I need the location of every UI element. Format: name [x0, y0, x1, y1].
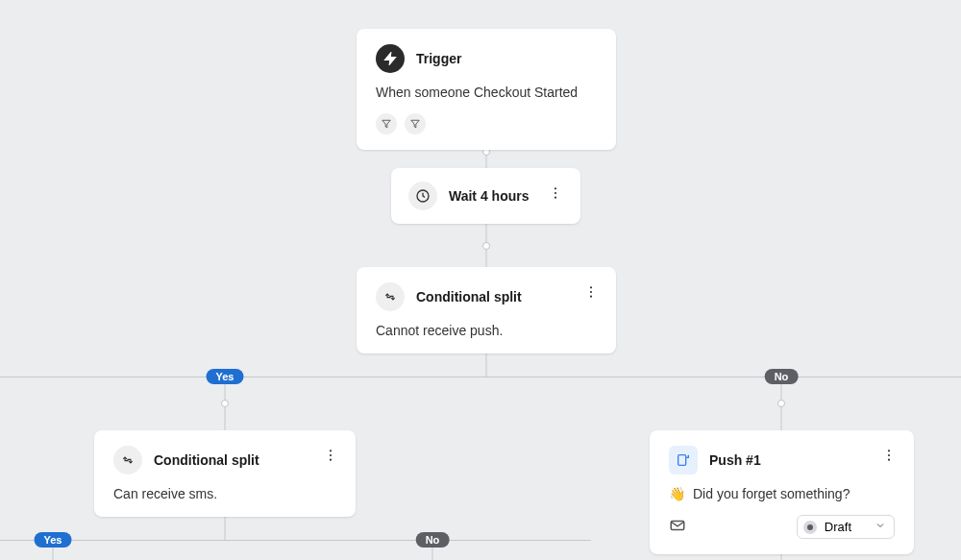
- svg-marker-1: [382, 120, 390, 128]
- svg-point-7: [590, 286, 592, 288]
- more-button[interactable]: [877, 444, 900, 467]
- conditional-split-card-1[interactable]: Conditional split Cannot receive push.: [357, 267, 616, 353]
- branch-label-no-2: No: [416, 532, 450, 548]
- more-button[interactable]: [544, 182, 567, 205]
- conditional-split-card-2[interactable]: Conditional split Can receive sms.: [94, 430, 356, 517]
- more-button[interactable]: [579, 280, 603, 304]
- connector-dot: [482, 242, 490, 250]
- status-dot-icon: [803, 521, 817, 534]
- svg-point-11: [330, 454, 332, 456]
- trigger-title: Trigger: [416, 51, 461, 66]
- branch-label-yes-2: Yes: [35, 532, 72, 548]
- chevron-down-icon: [875, 520, 886, 534]
- svg-point-15: [888, 450, 890, 451]
- connector-dot: [777, 400, 785, 407]
- filter-user-icon: [405, 113, 426, 134]
- svg-rect-13: [678, 455, 686, 466]
- wave-emoji: 👋: [669, 486, 685, 501]
- more-button[interactable]: [319, 444, 342, 467]
- svg-point-16: [888, 454, 890, 456]
- connector-line: [225, 514, 226, 541]
- branch-label-no: No: [765, 369, 799, 384]
- wait-title: Wait 4 hours: [449, 188, 530, 204]
- connector-line: [486, 351, 487, 377]
- status-label: Draft: [825, 520, 851, 534]
- svg-marker-2: [411, 120, 419, 128]
- mail-icon: [669, 517, 686, 538]
- conditional-split-title: Conditional split: [416, 289, 522, 304]
- conditional-split-subtext: Can receive sms.: [113, 486, 336, 501]
- svg-point-5: [554, 192, 556, 194]
- filter-icon: [376, 113, 397, 134]
- wait-card[interactable]: Wait 4 hours: [391, 168, 580, 224]
- split-icon: [113, 446, 142, 475]
- push-icon: [669, 446, 698, 475]
- svg-point-6: [554, 197, 556, 199]
- connector-dot: [221, 400, 229, 407]
- svg-point-12: [330, 459, 332, 461]
- status-dropdown[interactable]: Draft: [797, 515, 895, 539]
- trigger-subtext: When someone Checkout Started: [376, 85, 597, 100]
- svg-point-9: [590, 296, 592, 298]
- trigger-card[interactable]: Trigger When someone Checkout Started: [357, 29, 616, 150]
- svg-point-4: [554, 187, 556, 189]
- split-icon: [376, 282, 405, 311]
- connector-branch-line: [0, 540, 591, 541]
- conditional-split-subtext: Cannot receive push.: [376, 323, 597, 338]
- push-card[interactable]: Push #1 👋 Did you forget something? Draf…: [650, 430, 914, 554]
- push-title: Push #1: [709, 452, 761, 468]
- connector-branch-line: [0, 377, 961, 377]
- trigger-badges: [376, 113, 597, 134]
- svg-point-8: [590, 291, 592, 293]
- conditional-split-title: Conditional split: [154, 452, 259, 468]
- push-message: Did you forget something?: [693, 486, 850, 501]
- lightning-icon: [376, 44, 405, 73]
- svg-point-10: [330, 450, 332, 451]
- branch-label-yes: Yes: [207, 369, 244, 384]
- svg-marker-0: [385, 53, 396, 64]
- svg-point-17: [888, 459, 890, 461]
- clock-icon: [408, 182, 437, 210]
